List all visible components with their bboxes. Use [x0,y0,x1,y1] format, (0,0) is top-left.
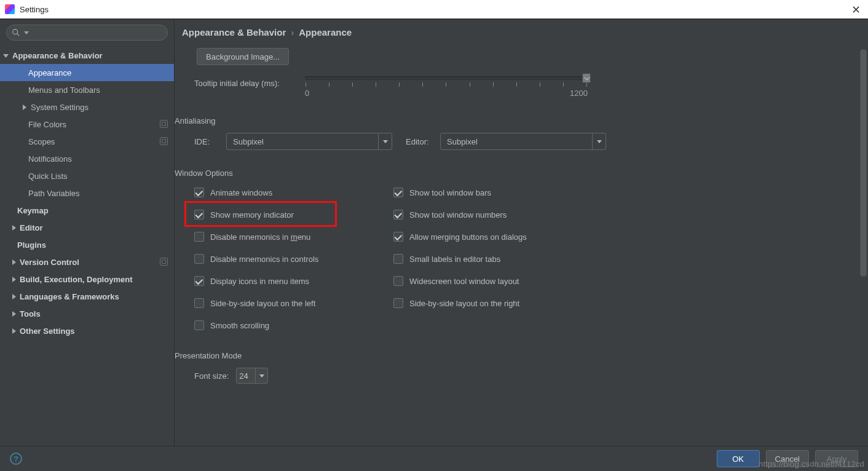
chevron-right-icon [10,277,17,282]
titlebar: Settings ✕ [0,0,868,19]
chevron-right-icon [20,105,28,110]
ide-aa-dropdown[interactable]: Subpixel [226,133,392,150]
checkbox-box[interactable] [393,298,403,308]
tooltip-delay-label: Tooltip initial delay (ms): [194,76,305,88]
editor-aa-value: Subpixel [447,137,478,146]
sidebar-item-editor[interactable]: Editor [0,219,174,236]
checkbox-box[interactable] [393,210,403,220]
sidebar-item-label: Version Control [20,258,79,267]
checkbox-smooth-scrolling[interactable]: Smooth scrolling [194,318,391,333]
checkbox-side-by-side-layout-on-the-left[interactable]: Side-by-side layout on the left [194,296,391,311]
window-title: Settings [20,5,49,14]
help-icon[interactable]: ? [10,453,22,465]
sidebar-item-label: Appearance & Behavior [12,51,103,60]
sidebar-item-notifications[interactable]: Notifications [0,150,174,167]
checkbox-small-labels-in-editor-tabs[interactable]: Small labels in editor tabs [393,251,590,266]
tooltip-delay-slider[interactable] [305,76,588,80]
checkbox-animate-windows[interactable]: Animate windows [194,185,391,200]
watermark: https://blog.csdn.net/f4112cd [759,459,864,469]
sidebar-item-keymap[interactable]: Keymap [0,202,174,219]
sidebar-item-menus-and-toolbars[interactable]: Menus and Toolbars [0,81,174,98]
app-icon [5,4,15,14]
sidebar-item-label: File Colors [28,120,66,129]
checkbox-label: Show tool window bars [409,188,491,197]
sidebar-item-tools[interactable]: Tools [0,305,174,322]
sidebar-item-plugins[interactable]: Plugins [0,236,174,253]
sidebar-item-build-execution-deployment[interactable]: Build, Execution, Deployment [0,271,174,288]
checkbox-label: Widescreen tool window layout [409,277,519,286]
checkbox-box[interactable] [393,254,403,264]
checkbox-box[interactable] [194,210,204,220]
checkbox-side-by-side-layout-on-the-right[interactable]: Side-by-side layout on the right [393,296,590,311]
chevron-down-icon[interactable] [255,368,267,383]
sidebar-item-label: Languages & Frameworks [20,292,119,301]
scrollbar[interactable] [860,49,867,443]
chevron-down-icon[interactable] [378,133,392,149]
sidebar-item-label: Build, Execution, Deployment [20,275,132,284]
checkbox-box[interactable] [194,232,204,242]
font-size-input[interactable] [237,371,255,381]
sidebar-item-label: Keymap [17,206,49,215]
sidebar-item-system-settings[interactable]: System Settings [0,98,174,116]
sidebar-item-label: Quick Lists [28,172,68,181]
ok-button[interactable]: OK [717,450,760,467]
sidebar-item-quick-lists[interactable]: Quick Lists [0,167,174,184]
breadcrumb-leaf: Appearance [299,27,352,38]
checkbox-label: Smooth scrolling [210,321,269,330]
presentation-mode-title: Presentation Mode [175,351,856,360]
checkbox-disable-mnemonics-in-controls[interactable]: Disable mnemonics in controls [194,251,391,266]
sidebar-item-appearance-behavior[interactable]: Appearance & Behavior [0,47,174,64]
sidebar-item-scopes[interactable]: Scopes [0,133,174,150]
checkbox-show-memory-indicator[interactable]: Show memory indicator [194,207,391,222]
checkbox-box[interactable] [393,232,403,242]
sidebar-item-version-control[interactable]: Version Control [0,253,174,271]
checkbox-label: Display icons in menu items [210,277,309,286]
checkbox-show-tool-window-numbers[interactable]: Show tool window numbers [393,207,590,222]
checkbox-box[interactable] [194,188,204,197]
background-image-button[interactable]: Background Image... [197,48,289,65]
checkbox-box[interactable] [194,276,204,286]
sidebar-item-languages-frameworks[interactable]: Languages & Frameworks [0,288,174,305]
sidebar-item-path-variables[interactable]: Path Variables [0,184,174,202]
slider-thumb[interactable] [582,73,591,83]
chevron-right-icon [10,225,17,231]
checkbox-box[interactable] [393,188,403,197]
checkbox-disable-mnemonics-in-menu[interactable]: Disable mnemonics in menu [194,229,391,244]
chevron-down-icon[interactable] [592,133,606,149]
sidebar-item-label: Plugins [17,240,46,250]
checkbox-box[interactable] [194,254,204,264]
editor-aa-dropdown[interactable]: Subpixel [440,133,606,150]
slider-min: 0 [305,89,309,98]
checkbox-box[interactable] [393,276,403,286]
sidebar-item-file-colors[interactable]: File Colors [0,116,174,133]
checkbox-widescreen-tool-window-layout[interactable]: Widescreen tool window layout [393,274,590,288]
close-icon[interactable]: ✕ [851,3,861,17]
svg-line-1 [17,34,20,36]
checkbox-box[interactable] [194,298,204,308]
antialiasing-title: Antialiasing [175,116,856,125]
sidebar-item-label: Other Settings [20,327,75,336]
font-size-stepper[interactable] [236,368,268,384]
chevron-right-icon: › [291,27,294,38]
sidebar-item-label: Scopes [28,137,55,146]
font-size-label: Font size: [194,371,229,381]
checkbox-label: Side-by-side layout on the right [409,299,519,308]
svg-point-0 [13,30,18,34]
sidebar: Appearance & BehaviorAppearanceMenus and… [0,20,175,446]
checkbox-label: Side-by-side layout on the left [210,299,315,308]
checkbox-show-tool-window-bars[interactable]: Show tool window bars [393,185,590,200]
checkbox-label: Small labels in editor tabs [409,255,500,264]
breadcrumb-root: Appearance & Behavior [182,27,286,38]
checkbox-display-icons-in-menu-items[interactable]: Display icons in menu items [194,274,391,288]
search-input[interactable] [6,25,168,41]
sidebar-item-appearance[interactable]: Appearance [0,64,174,81]
sidebar-item-label: Tools [20,309,41,319]
sidebar-item-other-settings[interactable]: Other Settings [0,322,174,339]
chevron-right-icon [10,259,17,265]
settings-tree: Appearance & BehaviorAppearanceMenus and… [0,44,174,446]
sidebar-item-label: Menus and Toolbars [28,85,100,95]
main-panel: Appearance & Behavior › Appearance Backg… [175,20,868,446]
checkbox-box[interactable] [194,320,204,330]
checkbox-allow-merging-buttons-on-dialogs[interactable]: Allow merging buttons on dialogs [393,229,590,244]
window-options-title: Window Options [175,168,856,178]
